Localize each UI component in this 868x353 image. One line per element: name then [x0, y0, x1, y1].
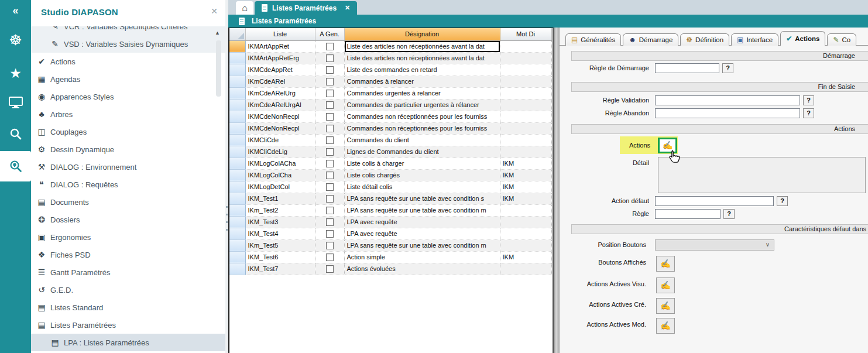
cell-a-gen[interactable] — [315, 87, 344, 99]
regle-validation-help-button[interactable]: ? — [803, 95, 814, 105]
row-selector-cell[interactable] — [229, 99, 245, 111]
cell-a-gen[interactable] — [315, 157, 344, 169]
cell-mot-directeur[interactable] — [500, 111, 551, 122]
checkbox[interactable] — [326, 148, 334, 156]
checkbox[interactable] — [326, 253, 334, 261]
cell-liste[interactable]: IKMCliCdeLig — [245, 146, 315, 157]
table-row[interactable]: IKmCdeARel Commandes à relancer — [229, 76, 551, 87]
splitter-handle[interactable] — [226, 206, 228, 235]
position-boutons-select[interactable]: ∨ — [655, 239, 774, 251]
cell-designation[interactable]: Liste des commandes en retard — [344, 64, 500, 76]
modules-wheel-icon[interactable]: ☸ — [0, 32, 31, 49]
row-selector-cell[interactable] — [229, 251, 245, 263]
table-row[interactable]: IKMLogColCha Liste colis chargés IKM — [229, 169, 551, 181]
cell-designation[interactable]: Actions évoluées — [344, 263, 500, 275]
cell-liste[interactable]: IKMLogColCha — [245, 169, 315, 181]
table-row[interactable]: IKMCdeNonRecpl Commandes non réceptionné… — [229, 122, 551, 134]
cell-a-gen[interactable] — [315, 134, 344, 146]
cell-a-gen[interactable] — [315, 99, 344, 111]
table-row[interactable]: IKMCdeAppRet Liste des commandes en reta… — [229, 64, 551, 76]
regle-validation-input[interactable] — [655, 95, 800, 105]
cell-mot-directeur[interactable]: IKM — [500, 193, 551, 204]
cell-mot-directeur[interactable]: IKM — [500, 157, 551, 169]
regle-abandon-input[interactable] — [655, 108, 800, 118]
cell-mot-directeur[interactable] — [500, 228, 551, 239]
cell-a-gen[interactable] — [315, 111, 344, 122]
table-row[interactable]: IKMCliCdeLig Lignes de Commandes du clie… — [229, 146, 551, 157]
cell-a-gen[interactable] — [315, 216, 344, 228]
regle-help-button[interactable]: ? — [723, 209, 735, 219]
cell-mot-directeur[interactable] — [500, 52, 551, 64]
cell-designation[interactable]: Commandes non réceptionnées pour les fou… — [344, 111, 500, 122]
sidebar-item[interactable]: ✔ Actions — [31, 53, 225, 70]
sidebar-item[interactable]: ⚙ Dessin Dynamique — [31, 140, 225, 158]
column-header-a-gen[interactable]: A Gen. — [315, 28, 344, 40]
cell-a-gen[interactable] — [315, 193, 344, 204]
checkbox[interactable] — [326, 195, 334, 203]
cell-designation[interactable]: LPA sans requête sur une table avec cond… — [344, 239, 500, 251]
cell-designation[interactable]: LPA sans requête sur une table avec cond… — [344, 204, 500, 216]
cell-liste[interactable]: IKMCliCde — [245, 134, 315, 146]
sidebar-item[interactable]: ▣ Ergonomies — [31, 228, 225, 246]
hand-edit-button[interactable]: ✍ — [656, 298, 675, 314]
sidebar-item[interactable]: ▤ LPA : Listes Paramétrées — [31, 334, 225, 351]
cell-liste[interactable]: IKm_Test5 — [245, 239, 315, 251]
table-row[interactable]: IKMCdeNonRecpl Commandes non réceptionné… — [229, 111, 551, 122]
checkbox[interactable] — [326, 265, 334, 273]
table-row[interactable]: IKmCdeARelUrgAl Commandes de particulier… — [229, 99, 551, 111]
row-selector-cell[interactable] — [229, 146, 245, 157]
cell-mot-directeur[interactable] — [500, 263, 551, 275]
cell-mot-directeur[interactable] — [500, 64, 551, 76]
cell-designation[interactable]: Liste des articles non réceptionnées ava… — [344, 52, 500, 64]
sidebar-item[interactable]: ✎ VCR : Variables Spécifiques Critères — [31, 26, 225, 35]
cell-a-gen[interactable] — [315, 228, 344, 239]
close-tab-icon[interactable]: ✕ — [345, 4, 350, 12]
checkbox[interactable] — [326, 242, 334, 249]
checkbox[interactable] — [326, 160, 334, 167]
cell-designation[interactable]: Commandes à relancer — [344, 76, 500, 87]
cell-liste[interactable]: IKM_Test1 — [245, 193, 315, 204]
detail-readonly-area[interactable] — [658, 157, 866, 193]
row-selector-cell[interactable] — [229, 87, 245, 99]
cell-designation[interactable]: LPA sans requête sur une table avec cond… — [344, 193, 500, 204]
cell-liste[interactable]: IKMLogColACha — [245, 157, 315, 169]
row-selector-cell[interactable] — [229, 64, 245, 76]
row-selector-cell[interactable] — [229, 181, 245, 193]
panel-tab[interactable]: ☸ Définition — [680, 33, 729, 46]
cell-liste[interactable]: IKMCdeNonRecpl — [245, 122, 315, 134]
sidebar-scrollbar-thumb[interactable] — [216, 40, 221, 97]
cell-a-gen[interactable] — [315, 169, 344, 181]
regle-input[interactable] — [655, 209, 721, 219]
cell-mot-directeur[interactable]: IKM — [500, 169, 551, 181]
cell-a-gen[interactable] — [315, 251, 344, 263]
checkbox[interactable] — [326, 78, 334, 85]
row-selector-cell[interactable] — [229, 111, 245, 122]
row-selector-cell[interactable] — [229, 157, 245, 169]
checkbox[interactable] — [326, 183, 334, 191]
checkbox[interactable] — [326, 54, 334, 62]
cell-a-gen[interactable] — [315, 40, 344, 52]
table-row[interactable]: IKM_Test1 LPA sans requête sur une table… — [229, 193, 551, 204]
cell-designation[interactable]: Action simple — [344, 251, 500, 263]
row-selector-cell[interactable] — [229, 40, 245, 52]
row-selector-cell[interactable] — [229, 52, 245, 64]
sidebar-item[interactable]: ♣ Arbres — [31, 105, 225, 123]
cell-designation[interactable]: Liste détail colis — [344, 181, 500, 193]
cell-a-gen[interactable] — [315, 263, 344, 275]
cell-a-gen[interactable] — [315, 239, 344, 251]
panel-tab[interactable]: ☻ Démarrage — [623, 33, 678, 46]
tab-listes-parametrees[interactable]: Listes Paramétrées ✕ — [255, 1, 357, 15]
checkbox[interactable] — [326, 136, 334, 144]
select-all-corner[interactable] — [229, 28, 245, 40]
hand-edit-button[interactable]: ✍ — [656, 318, 675, 334]
sidebar-item[interactable]: ❝ DIALOG : Requêtes — [31, 176, 225, 193]
sidebar-close-icon[interactable]: ✕ — [211, 6, 218, 16]
cell-mot-directeur[interactable] — [500, 146, 551, 157]
sidebar-item[interactable]: ▦ Agendas — [31, 70, 225, 88]
cell-liste[interactable]: IKMCdeAppRet — [245, 64, 315, 76]
cell-mot-directeur[interactable]: IKM — [500, 181, 551, 193]
cell-designation[interactable]: Commandes de particulier urgentes à réla… — [344, 99, 500, 111]
row-selector-cell[interactable] — [229, 204, 245, 216]
cell-a-gen[interactable] — [315, 76, 344, 87]
table-row[interactable]: IKm_Test2 LPA sans requête sur une table… — [229, 204, 551, 216]
